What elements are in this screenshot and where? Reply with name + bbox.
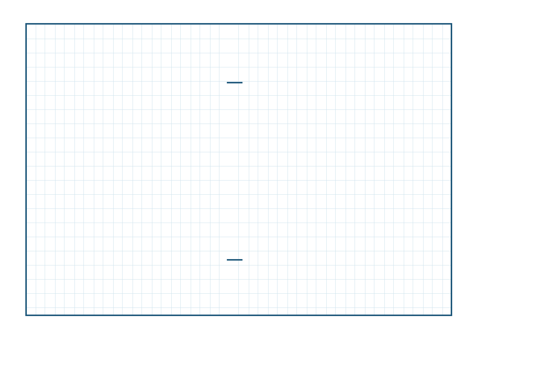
text-cursor-bottom-bar[interactable] — [227, 259, 242, 261]
background-grid — [27, 25, 451, 315]
grid-vertical-line — [268, 25, 269, 315]
grid-vertical-line — [355, 25, 355, 315]
grid-vertical-line — [277, 25, 278, 315]
grid-vertical-line — [152, 25, 152, 315]
grid-vertical-line — [316, 25, 316, 315]
grid-vertical-line — [326, 25, 327, 315]
grid-vertical-line — [374, 25, 374, 315]
grid-vertical-line — [45, 25, 45, 315]
grid-vertical-line — [258, 25, 258, 315]
grid-vertical-line — [55, 25, 56, 315]
grid-horizontal-line — [27, 180, 451, 181]
grid-vertical-line — [423, 25, 424, 315]
grid-vertical-line — [335, 25, 336, 315]
grid-vertical-line — [122, 25, 123, 315]
grid-vertical-line — [384, 25, 385, 315]
grid-vertical-line — [288, 25, 288, 315]
grid-vertical-line — [307, 25, 307, 315]
grid-horizontal-line — [27, 265, 451, 265]
grid-horizontal-line — [27, 53, 451, 53]
grid-vertical-line — [180, 25, 181, 315]
grid-vertical-line — [36, 25, 36, 315]
grid-vertical-line — [404, 25, 404, 315]
grid-vertical-line — [191, 25, 191, 315]
grid-horizontal-line — [27, 237, 451, 237]
grid-horizontal-line — [27, 138, 451, 138]
grid-horizontal-line — [27, 279, 451, 280]
grid-horizontal-line — [27, 95, 451, 96]
grid-vertical-line — [64, 25, 64, 315]
grid-horizontal-line — [27, 194, 451, 195]
grid-horizontal-line — [27, 124, 451, 124]
grid-vertical-line — [142, 25, 142, 315]
grid-vertical-line — [171, 25, 172, 315]
grid-horizontal-line — [27, 208, 451, 209]
grid-vertical-line — [393, 25, 394, 315]
grid-vertical-line — [94, 25, 94, 315]
grid-horizontal-line — [27, 152, 451, 152]
grid-vertical-line — [103, 25, 103, 315]
grid-vertical-line — [83, 25, 84, 315]
grid-vertical-line — [74, 25, 75, 315]
grid-horizontal-line — [27, 166, 451, 166]
grid-vertical-line — [413, 25, 413, 315]
grid-vertical-line — [432, 25, 432, 315]
grid-vertical-line — [219, 25, 219, 315]
grid-horizontal-line — [27, 307, 451, 308]
grid-vertical-line — [238, 25, 239, 315]
grid-vertical-line — [200, 25, 200, 315]
grid-horizontal-line — [27, 109, 451, 110]
grid-horizontal-line — [27, 39, 451, 39]
grid-vertical-line — [133, 25, 133, 315]
grid-vertical-line — [161, 25, 161, 315]
grid-horizontal-line — [27, 251, 451, 251]
page — [0, 0, 555, 392]
grid-horizontal-line — [27, 81, 451, 82]
grid-horizontal-line — [27, 293, 451, 294]
grid-vertical-line — [296, 25, 297, 315]
grid-vertical-line — [346, 25, 346, 315]
grid-horizontal-line — [27, 67, 451, 67]
grid-vertical-line — [365, 25, 365, 315]
grid-horizontal-line — [27, 223, 451, 223]
grid-vertical-line — [210, 25, 210, 315]
grid-vertical-line — [249, 25, 249, 315]
grid-vertical-line — [443, 25, 443, 315]
grid-vertical-line — [113, 25, 114, 315]
text-cursor-top-bar[interactable] — [227, 82, 242, 83]
